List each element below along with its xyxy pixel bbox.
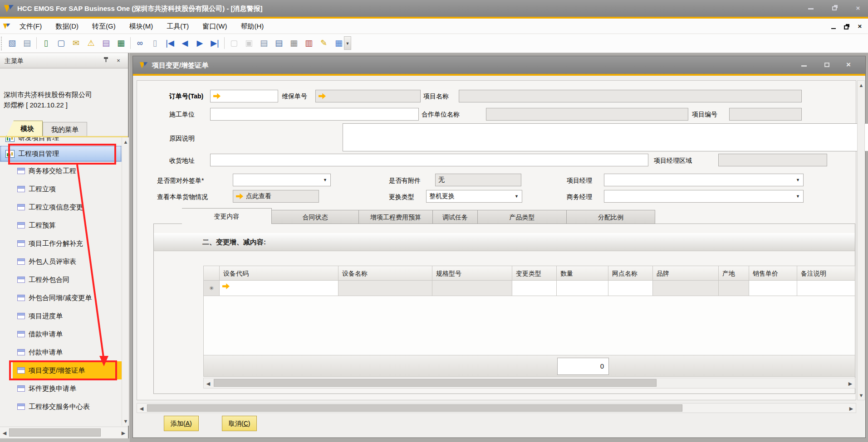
- toolbar-icon-new-document[interactable]: ▯: [147, 36, 162, 50]
- form-tab[interactable]: 调试任务: [433, 210, 478, 224]
- matrix-cell[interactable]: [719, 281, 749, 296]
- external-sign-select[interactable]: [233, 174, 331, 186]
- sidebar-item[interactable]: 工程立项: [0, 180, 122, 198]
- form-tab[interactable]: 产品类型: [478, 210, 567, 224]
- menu-item[interactable]: 转至(G): [85, 19, 123, 34]
- matrix-cell[interactable]: [220, 281, 338, 296]
- toolbar-icon-previous-record[interactable]: ◀: [177, 36, 192, 50]
- delivery-address-input[interactable]: [210, 154, 648, 166]
- matrix-cell[interactable]: [608, 281, 653, 296]
- matrix-column-header[interactable]: 设备代码: [220, 266, 338, 281]
- sidebar-item[interactable]: 工程预算: [0, 216, 122, 234]
- sidebar-item[interactable]: 借款申请单: [0, 325, 122, 343]
- sidebar-item[interactable]: 外包人员评审表: [0, 253, 122, 271]
- menu-item[interactable]: 文件(F): [13, 19, 49, 34]
- sidebar-tab[interactable]: 我的菜单: [43, 122, 87, 136]
- toolbar-icon-last-record[interactable]: ▶|: [207, 36, 222, 50]
- sidebar-item[interactable]: 项目工作分解补充: [0, 234, 122, 253]
- reason-textarea[interactable]: ▲ ▼: [343, 123, 868, 151]
- toolbar-icon-find[interactable]: ∞: [132, 36, 147, 50]
- toolbar-icon-document-lines[interactable]: ▤: [271, 36, 286, 50]
- menu-item[interactable]: 工具(T): [160, 19, 196, 34]
- link-arrow-icon[interactable]: [213, 93, 221, 99]
- pm-region-field[interactable]: [718, 154, 827, 166]
- matrix-empty-area[interactable]: [203, 296, 855, 355]
- sidebar-vertical-scrollbar[interactable]: ▲ ▼: [122, 137, 129, 426]
- toolbar-overflow-button[interactable]: ▼: [344, 36, 351, 50]
- matrix-column-header[interactable]: 数量: [557, 266, 608, 281]
- toolbar-icon-draw-pencil[interactable]: ✎: [316, 36, 331, 50]
- maintenance-no-field[interactable]: [315, 90, 421, 102]
- scrollbar-thumb[interactable]: [147, 404, 682, 412]
- sidebar-item[interactable]: 研发项目管理: [0, 137, 122, 146]
- sidebar-item[interactable]: 坏件更换申请单: [0, 379, 122, 398]
- matrix-cell[interactable]: ✳: [203, 281, 220, 296]
- matrix-cell[interactable]: [653, 281, 719, 296]
- scroll-right-icon[interactable]: ▶: [848, 405, 855, 412]
- sidebar-item[interactable]: 商务移交给工程: [0, 162, 122, 180]
- toolbar-icon-print[interactable]: ▤: [20, 36, 34, 50]
- project-no-field[interactable]: [729, 108, 802, 121]
- scroll-left-icon[interactable]: ◀: [205, 380, 212, 387]
- form-tab[interactable]: 增项工程费用预算: [359, 210, 433, 224]
- form-tab[interactable]: 变更内容: [182, 208, 272, 224]
- restore-button[interactable]: [828, 4, 841, 12]
- toolbar-icon-next-record[interactable]: ▶: [192, 36, 207, 50]
- link-arrow-icon[interactable]: [236, 194, 243, 199]
- matrix-cell[interactable]: [512, 281, 557, 296]
- menu-item[interactable]: 数据(D): [49, 19, 85, 34]
- sidebar-item[interactable]: 工程立项信息变更: [0, 198, 122, 216]
- matrix-column-header[interactable]: [203, 266, 220, 281]
- mdi-restore-button[interactable]: [839, 23, 853, 31]
- add-button[interactable]: 添加(A): [164, 416, 199, 431]
- form-horizontal-scrollbar[interactable]: ◀ ▶: [137, 403, 856, 413]
- total-quantity-field[interactable]: 0: [557, 358, 609, 375]
- toolbar-icon-export-form[interactable]: ▤: [98, 36, 113, 50]
- sidebar-item[interactable]: 项目进度单: [0, 307, 122, 325]
- matrix-column-header[interactable]: 网点名称: [608, 266, 653, 281]
- sidebar-item[interactable]: 工程项目管理: [0, 146, 122, 162]
- mdi-minimize-button[interactable]: [827, 24, 840, 32]
- toolbar-drag-handle[interactable]: [1, 37, 3, 50]
- matrix-cell[interactable]: [432, 281, 512, 296]
- sidebar-item[interactable]: 付款申请单: [0, 343, 122, 361]
- project-manager-select[interactable]: [604, 174, 804, 186]
- form-close-button[interactable]: ×: [842, 61, 855, 69]
- form-vertical-scrollbar[interactable]: ▲ ▼: [857, 80, 865, 400]
- toolbar-icon-window-export[interactable]: ▣: [241, 36, 256, 50]
- menu-item[interactable]: 模块(M): [123, 19, 160, 34]
- matrix-column-header[interactable]: 规格型号: [432, 266, 512, 281]
- construction-unit-input[interactable]: [210, 108, 419, 121]
- view-goods-field[interactable]: 点此查看: [233, 190, 319, 203]
- toolbar-icon-form-settings[interactable]: ▤: [256, 36, 271, 50]
- toolbar-icon-print-preview[interactable]: ▧: [5, 36, 20, 50]
- form-tab[interactable]: 分配比例: [567, 210, 655, 224]
- attachment-field[interactable]: 无: [435, 174, 521, 186]
- scroll-down-icon[interactable]: ▼: [122, 418, 129, 425]
- matrix-cell[interactable]: [749, 281, 797, 296]
- scroll-right-icon[interactable]: ▶: [847, 380, 854, 387]
- pin-icon[interactable]: [102, 57, 110, 65]
- partner-unit-field[interactable]: [486, 108, 688, 121]
- menu-item[interactable]: 窗口(W): [196, 19, 234, 34]
- minimize-button[interactable]: [804, 5, 818, 13]
- toolbar-icon-mail-folder[interactable]: ✉: [69, 36, 83, 50]
- scroll-up-icon[interactable]: ▲: [122, 138, 129, 146]
- toolbar-icon-report-chart[interactable]: ▥: [301, 36, 316, 50]
- toolbar-icon-phone[interactable]: ▯: [39, 36, 54, 50]
- sidebar-horizontal-scrollbar[interactable]: ◀ ▶: [0, 427, 128, 438]
- matrix-column-header[interactable]: 设备名称: [338, 266, 432, 281]
- business-manager-select[interactable]: [604, 190, 804, 203]
- toolbar-icon-first-record[interactable]: |◀: [162, 36, 177, 50]
- toolbar-icon-window-copy[interactable]: ▢: [226, 36, 241, 50]
- scroll-up-icon[interactable]: ▲: [858, 82, 865, 89]
- order-no-input[interactable]: [210, 90, 278, 102]
- matrix-cell[interactable]: [338, 281, 432, 296]
- scrollbar-thumb[interactable]: [9, 428, 101, 437]
- scroll-right-icon[interactable]: ▶: [120, 429, 127, 437]
- mdi-close-button[interactable]: ×: [853, 22, 867, 30]
- form-minimize-button[interactable]: [797, 62, 811, 70]
- toolbar-icon-table-view[interactable]: ▦: [286, 36, 301, 50]
- scroll-left-icon[interactable]: ◀: [138, 405, 145, 412]
- sidebar-close-icon[interactable]: ×: [114, 57, 123, 65]
